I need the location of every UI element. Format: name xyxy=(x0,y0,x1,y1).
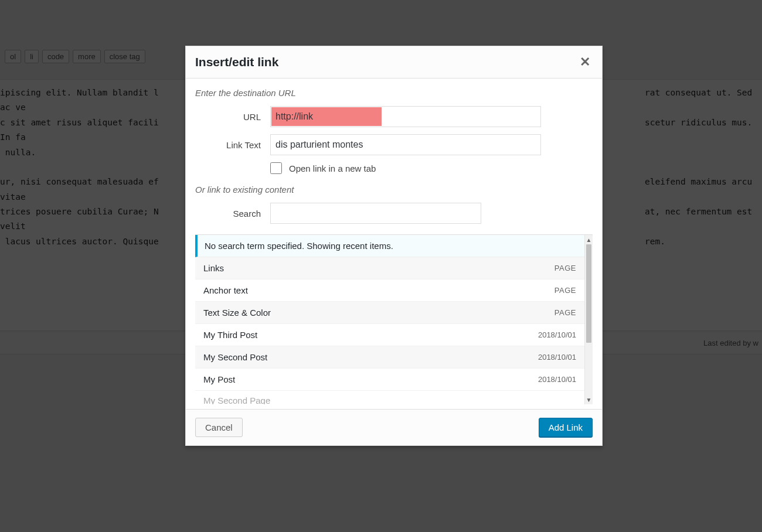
list-item[interactable]: My Post2018/10/01 xyxy=(195,369,584,391)
dialog-header: Insert/edit link ✕ xyxy=(186,46,602,79)
list-item[interactable]: My Second Post2018/10/01 xyxy=(195,346,584,369)
link-text-label: Link Text xyxy=(195,140,270,150)
list-item-title: My Third Post xyxy=(203,330,257,340)
dialog-body: Enter the destination URL URL Link Text … xyxy=(186,79,602,409)
results-notice: No search term specified. Showing recent… xyxy=(195,235,584,257)
new-tab-row: Open link in a new tab xyxy=(270,162,593,174)
list-item-title: Links xyxy=(203,263,224,273)
list-item[interactable]: Text Size & ColorPAGE xyxy=(195,302,584,324)
dialog-title: Insert/edit link xyxy=(195,55,278,69)
list-item-meta: PAGE xyxy=(555,264,576,272)
url-input-wrapper xyxy=(270,106,541,127)
link-text-input[interactable] xyxy=(270,134,541,155)
list-item-meta: 2018/10/01 xyxy=(538,353,576,362)
results-scrollbar[interactable]: ▲ ▼ xyxy=(584,235,593,404)
insert-link-dialog: Insert/edit link ✕ Enter the destination… xyxy=(185,46,603,446)
dialog-footer: Cancel Add Link xyxy=(186,409,602,445)
results-list: No search term specified. Showing recent… xyxy=(195,235,584,404)
list-item[interactable]: LinksPAGE xyxy=(195,257,584,279)
link-text-row: Link Text xyxy=(195,134,593,155)
list-item-title: My Post xyxy=(203,374,235,384)
list-item-meta: 2018/10/01 xyxy=(538,330,576,339)
new-tab-checkbox[interactable] xyxy=(270,162,282,174)
list-item-meta: PAGE xyxy=(555,286,576,295)
destination-url-hint: Enter the destination URL xyxy=(195,88,593,98)
list-item-partial[interactable]: My Second Page xyxy=(195,391,584,404)
cancel-button[interactable]: Cancel xyxy=(195,418,243,437)
new-tab-label[interactable]: Open link in a new tab xyxy=(289,163,376,173)
list-item[interactable]: Anchor textPAGE xyxy=(195,279,584,302)
close-icon[interactable]: ✕ xyxy=(577,53,593,71)
results-panel: No search term specified. Showing recent… xyxy=(195,234,593,404)
search-label: Search xyxy=(195,209,270,219)
search-row: Search xyxy=(195,203,593,224)
search-input[interactable] xyxy=(270,203,481,224)
existing-content-hint: Or link to existing content xyxy=(195,185,593,195)
list-item-title: Anchor text xyxy=(203,285,248,295)
list-item-title: My Second Post xyxy=(203,352,267,362)
list-item-title: Text Size & Color xyxy=(203,308,271,318)
url-input[interactable] xyxy=(271,107,540,127)
list-item-meta: PAGE xyxy=(555,308,576,317)
list-item[interactable]: My Third Post2018/10/01 xyxy=(195,324,584,346)
list-item-meta: 2018/10/01 xyxy=(538,375,576,384)
scroll-thumb[interactable] xyxy=(586,244,591,343)
url-label: URL xyxy=(195,112,270,122)
add-link-button[interactable]: Add Link xyxy=(539,418,593,437)
url-row: URL xyxy=(195,106,593,127)
scroll-up-icon[interactable]: ▲ xyxy=(585,235,593,244)
scroll-down-icon[interactable]: ▼ xyxy=(585,395,593,404)
